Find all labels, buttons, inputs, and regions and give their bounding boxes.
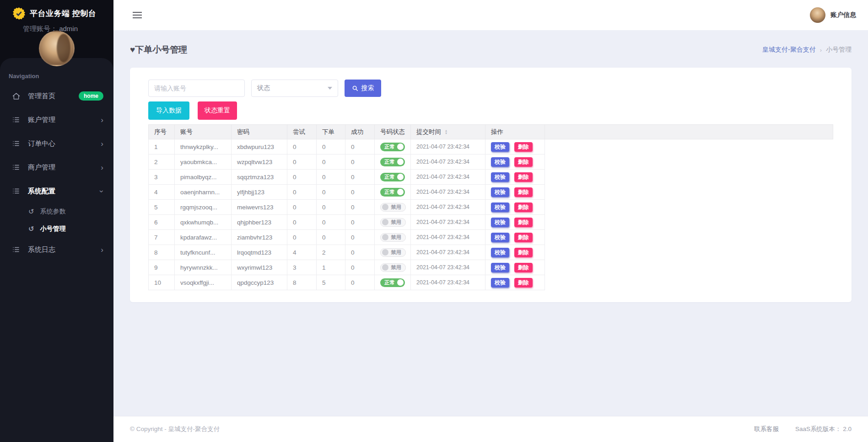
sidebar-item-home[interactable]: 管理首页 home [0, 84, 113, 108]
verify-button[interactable]: 校验 [491, 218, 509, 227]
status-toggle[interactable]: 正常 [380, 143, 405, 151]
cell-time: 2021-04-07 23:42:34 [411, 230, 485, 245]
chevron-down-icon: › [98, 190, 106, 192]
cell-password: ziambvhr123 [232, 230, 287, 245]
list-icon [11, 186, 21, 196]
cell-actions: 校验 删除 [485, 139, 545, 154]
cell-password: lrqoqtmd123 [232, 245, 287, 260]
chevron-right-icon: › [101, 246, 103, 254]
status-toggle[interactable]: 正常 [380, 158, 405, 166]
cell-time: 2021-04-07 23:42:34 [411, 185, 485, 200]
cell-password: sqqztmza123 [232, 170, 287, 185]
cell-success: 0 [345, 275, 375, 290]
cell-try: 0 [287, 215, 317, 230]
cell-actions: 校验 删除 [485, 170, 545, 185]
status-toggle[interactable]: 正常 [380, 173, 405, 181]
contact-support-link[interactable]: 联系客服 [754, 425, 779, 433]
table-row: 1 thnwykzplky... xbdwpuru123 0 0 0 正常 20… [149, 139, 833, 154]
accounts-table: 序号 账号 密码 尝试 下单 成功 号码状态 提交时间 ▴▾ [148, 124, 833, 290]
verify-button[interactable]: 校验 [491, 248, 509, 257]
sort-icon[interactable]: ▴▾ [445, 129, 447, 135]
verify-button[interactable]: 校验 [491, 187, 509, 197]
cell-status: 禁用 [375, 245, 411, 260]
sidebar-item-merchants[interactable]: 商户管理 › [0, 155, 113, 179]
breadcrumb-root-link[interactable]: 皇城支付-聚合支付 [762, 46, 816, 54]
sidebar-item-system-logs[interactable]: 系统日志 › [0, 238, 113, 261]
header-status: 号码状态 [375, 125, 411, 139]
import-data-button[interactable]: 导入数据 [148, 101, 189, 120]
verify-button[interactable]: 校验 [491, 278, 509, 288]
cell-actions: 校验 删除 [485, 200, 545, 215]
delete-button[interactable]: 删除 [514, 233, 533, 242]
verify-button[interactable]: 校验 [491, 142, 509, 152]
main-card: 状态 搜索 导入数据 状态重置 [130, 68, 852, 302]
delete-button[interactable]: 删除 [514, 218, 533, 227]
sidebar-subitem-alt-accounts[interactable]: ↺ 小号管理 [0, 220, 113, 238]
sidebar-item-system-config[interactable]: 系统配置 › [0, 179, 113, 203]
sidebar-subitem-system-params[interactable]: ↺ 系统参数 [0, 203, 113, 220]
toggle-knob-icon [397, 144, 404, 150]
status-select[interactable]: 状态 [251, 80, 338, 97]
status-toggle[interactable]: 禁用 [380, 263, 406, 272]
status-toggle-label: 正常 [384, 174, 395, 181]
delete-button[interactable]: 删除 [514, 263, 533, 272]
cell-try: 0 [287, 139, 317, 154]
sidebar-subitem-label: 小号管理 [40, 225, 66, 233]
cell-try: 0 [287, 154, 317, 170]
status-toggle[interactable]: 禁用 [380, 218, 406, 227]
cell-status: 正常 [375, 154, 411, 170]
cell-success: 0 [345, 245, 375, 260]
delete-button[interactable]: 删除 [514, 278, 533, 288]
cell-order: 0 [317, 215, 345, 230]
verify-button[interactable]: 校验 [491, 263, 509, 272]
account-search-input[interactable] [148, 80, 245, 97]
delete-button[interactable]: 删除 [514, 157, 533, 167]
verify-button[interactable]: 校验 [491, 202, 509, 212]
table-row: 4 oaenjnharnn... ylfjhbjj123 0 0 0 正常 20… [149, 185, 833, 200]
status-select-value: 状态 [257, 84, 270, 92]
delete-button[interactable]: 删除 [514, 172, 533, 182]
seal-check-icon [13, 7, 25, 20]
delete-button[interactable]: 删除 [514, 248, 533, 257]
status-toggle[interactable]: 禁用 [380, 203, 406, 212]
search-button[interactable]: 搜索 [345, 80, 381, 97]
cell-filler [545, 170, 833, 185]
status-toggle[interactable]: 正常 [380, 278, 405, 287]
delete-button[interactable]: 删除 [514, 142, 533, 152]
account-info-button[interactable]: 账户信息 [810, 7, 856, 23]
toggle-knob-icon [382, 219, 388, 225]
verify-button[interactable]: 校验 [491, 157, 509, 167]
home-badge: home [79, 91, 103, 101]
circular-arrow-icon: ↺ [28, 208, 34, 216]
cell-order: 0 [317, 230, 345, 245]
system-config-submenu: ↺ 系统参数 ↺ 小号管理 [0, 203, 113, 238]
toggle-knob-icon [397, 159, 404, 165]
cell-account: qxkwhumqb... [175, 215, 232, 230]
cell-password: ylfjhbjj123 [232, 185, 287, 200]
cell-no: 7 [149, 230, 175, 245]
delete-button[interactable]: 删除 [514, 202, 533, 212]
cell-actions: 校验 删除 [485, 275, 545, 290]
verify-button[interactable]: 校验 [491, 233, 509, 242]
saas-version-label: SaaS系统版本： [795, 426, 841, 432]
saas-version-value: 2.0 [843, 426, 852, 432]
search-icon [352, 85, 358, 91]
sidebar-item-label: 商户管理 [28, 163, 55, 172]
verify-button[interactable]: 校验 [491, 172, 509, 182]
breadcrumb: 皇城支付-聚合支付 › 小号管理 [762, 46, 852, 54]
saas-version: SaaS系统版本： 2.0 [795, 425, 852, 433]
cell-success: 0 [345, 230, 375, 245]
header-success: 成功 [345, 125, 375, 139]
cell-filler [545, 275, 833, 290]
sidebar-item-orders[interactable]: 订单中心 › [0, 132, 113, 155]
account-info-label: 账户信息 [830, 11, 856, 19]
status-toggle[interactable]: 正常 [380, 188, 405, 197]
cell-account: oaenjnharnn... [175, 185, 232, 200]
delete-button[interactable]: 删除 [514, 187, 533, 197]
status-toggle[interactable]: 禁用 [380, 248, 406, 257]
hamburger-menu-icon[interactable] [133, 12, 142, 18]
status-toggle[interactable]: 禁用 [380, 233, 406, 242]
cell-password: meiwevrs123 [232, 200, 287, 215]
sidebar-item-accounts[interactable]: 账户管理 › [0, 108, 113, 132]
status-reset-button[interactable]: 状态重置 [198, 101, 237, 120]
